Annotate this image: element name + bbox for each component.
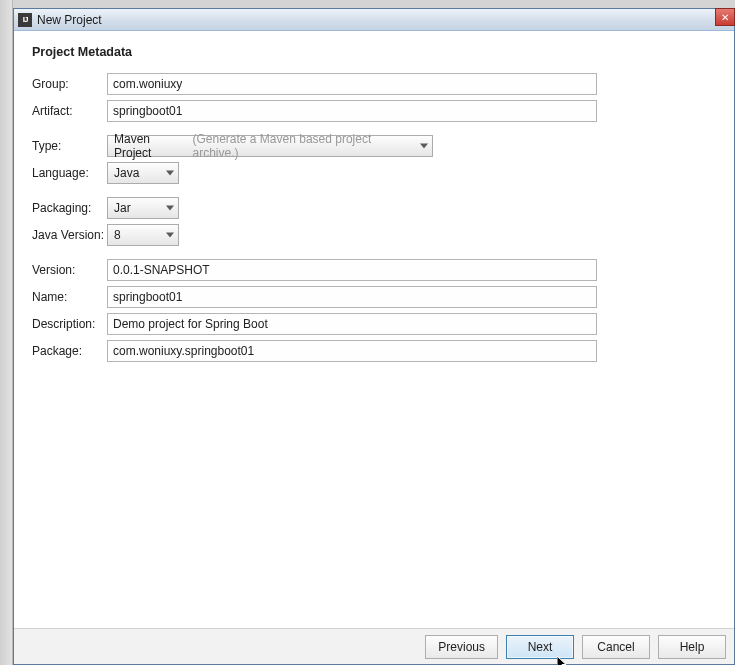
name-label: Name:	[32, 290, 107, 304]
description-input[interactable]	[107, 313, 597, 335]
artifact-input[interactable]	[107, 100, 597, 122]
chevron-down-icon	[166, 206, 174, 211]
dialog-content: Project Metadata Group: Artifact: Type: …	[14, 31, 734, 628]
close-button[interactable]: ✕	[715, 8, 735, 26]
type-hint: (Generate a Maven based project archive.…	[192, 132, 414, 160]
group-label: Group:	[32, 77, 107, 91]
type-dropdown[interactable]: Maven Project (Generate a Maven based pr…	[107, 135, 433, 157]
new-project-dialog: New Project ✕ Project Metadata Group: Ar…	[13, 8, 735, 665]
chevron-down-icon	[166, 233, 174, 238]
packaging-selected: Jar	[114, 201, 131, 215]
previous-button[interactable]: Previous	[425, 635, 498, 659]
button-bar: Previous Next Cancel Help	[14, 628, 734, 664]
package-label: Package:	[32, 344, 107, 358]
language-label: Language:	[32, 166, 107, 180]
app-icon	[18, 13, 32, 27]
version-label: Version:	[32, 263, 107, 277]
name-input[interactable]	[107, 286, 597, 308]
description-label: Description:	[32, 317, 107, 331]
titlebar[interactable]: New Project ✕	[14, 9, 734, 31]
chevron-down-icon	[166, 171, 174, 176]
java-version-dropdown[interactable]: 8	[107, 224, 179, 246]
help-button[interactable]: Help	[658, 635, 726, 659]
type-selected: Maven Project	[114, 132, 188, 160]
group-input[interactable]	[107, 73, 597, 95]
version-input[interactable]	[107, 259, 597, 281]
window-title: New Project	[37, 13, 102, 27]
cancel-button[interactable]: Cancel	[582, 635, 650, 659]
type-label: Type:	[32, 139, 107, 153]
background-sliver	[0, 0, 13, 665]
artifact-label: Artifact:	[32, 104, 107, 118]
packaging-label: Packaging:	[32, 201, 107, 215]
section-title: Project Metadata	[32, 45, 716, 59]
close-icon: ✕	[721, 12, 729, 23]
packaging-dropdown[interactable]: Jar	[107, 197, 179, 219]
language-dropdown[interactable]: Java	[107, 162, 179, 184]
chevron-down-icon	[420, 144, 428, 149]
language-selected: Java	[114, 166, 139, 180]
package-input[interactable]	[107, 340, 597, 362]
java-version-selected: 8	[114, 228, 121, 242]
java-version-label: Java Version:	[32, 228, 107, 242]
next-button[interactable]: Next	[506, 635, 574, 659]
